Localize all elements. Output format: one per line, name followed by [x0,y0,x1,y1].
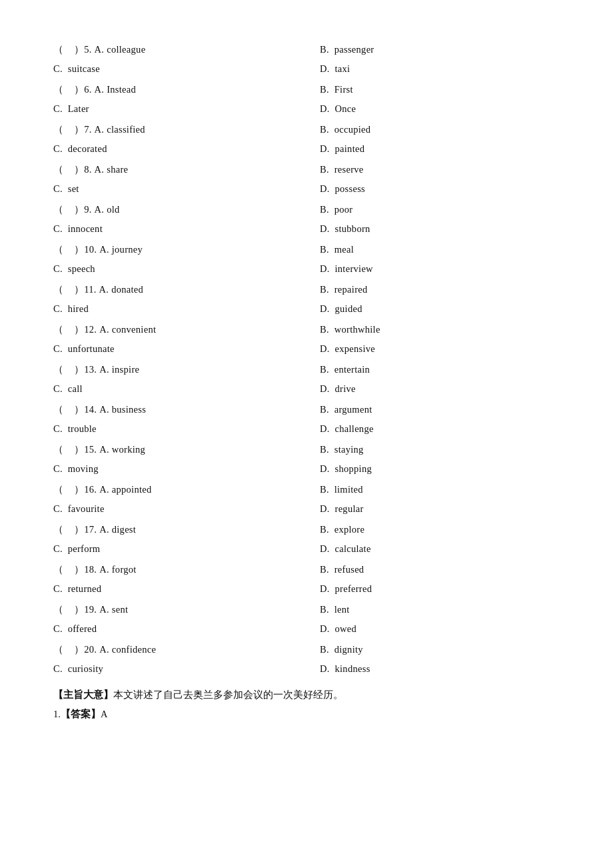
q11-left: （ ）11. A. donated C. hired [53,280,306,319]
question-6-row: （ ）6. A. Instead C. Later B. First D. On… [53,80,560,119]
q18-optC: C. returned [53,579,300,599]
q8-question: （ ）8. A. share [53,160,300,179]
q17-optC: C. perform [53,539,300,559]
q16-right: B. limited D. regular [306,480,560,519]
q17-question: （ ）17. A. digest [53,520,300,539]
q8-optC: C. set [53,179,300,199]
answer-1-bracket: 【答案】 [61,709,101,719]
q7-question: （ ）7. A. classified [53,120,300,139]
q9-optB: B. poor [320,200,560,219]
q9-left: （ ）9. A. old C. innocent [53,200,306,239]
q20-left: （ ）20. A. confidence C. curiosity [53,640,306,679]
question-7-row: （ ）7. A. classified C. decorated B. occu… [53,120,560,159]
q7-optD: D. painted [320,139,560,159]
q20-question: （ ）20. A. confidence [53,640,300,659]
question-12-row: （ ）12. A. convenient C. unfortunate B. w… [53,320,560,359]
q18-optD: D. preferred [320,579,560,599]
q18-left: （ ）18. A. forgot C. returned [53,560,306,599]
q5-optB: B. passenger [320,40,560,59]
q5-question: （ ）5. A. colleague [53,40,300,59]
q15-optB: B. staying [320,440,560,459]
summary-text: 本文讲述了自己去奥兰多参加会议的一次美好经历。 [113,689,343,700]
q12-question: （ ）12. A. convenient [53,320,300,339]
q9-optD: D. stubborn [320,219,560,239]
answer-1-line: 1.【答案】A [53,705,560,724]
q20-optC: C. curiosity [53,659,300,679]
question-20-row: （ ）20. A. confidence C. curiosity B. dig… [53,640,560,679]
summary-label: 【主旨大意】 [53,689,113,700]
q11-right: B. repaired D. guided [306,280,560,319]
q9-optC: C. innocent [53,219,300,239]
q14-optD: D. challenge [320,419,560,439]
q17-optB: B. explore [320,520,560,539]
answer-1-num: 1. [53,709,61,719]
q10-optB: B. meal [320,240,560,259]
q6-optC: C. Later [53,99,300,119]
q10-question: （ ）10. A. journey [53,240,300,259]
question-9-row: （ ）9. A. old C. innocent B. poor D. stub… [53,200,560,239]
q14-left: （ ）14. A. business C. trouble [53,400,306,439]
q18-right: B. refused D. preferred [306,560,560,599]
q20-optB: B. dignity [320,640,560,659]
q20-optD: D. kindness [320,659,560,679]
summary-line: 【主旨大意】本文讲述了自己去奥兰多参加会议的一次美好经历。 [53,685,560,705]
q5-optC: C. suitcase [53,59,300,79]
q8-optD: D. possess [320,179,560,199]
q14-optC: C. trouble [53,419,300,439]
q19-optC: C. offered [53,619,300,639]
q14-optB: B. argument [320,400,560,419]
q15-optC: C. moving [53,459,300,479]
q14-question: （ ）14. A. business [53,400,300,419]
q7-left: （ ）7. A. classified C. decorated [53,120,306,159]
question-13-row: （ ）13. A. inspire C. call B. entertain D… [53,360,560,399]
question-18-row: （ ）18. A. forgot C. returned B. refused … [53,560,560,599]
q6-question: （ ）6. A. Instead [53,80,300,99]
q16-question: （ ）16. A. appointed [53,480,300,499]
q19-left: （ ）19. A. sent C. offered [53,600,306,639]
question-16-row: （ ）16. A. appointed C. favourite B. limi… [53,480,560,519]
q15-left: （ ）15. A. working C. moving [53,440,306,479]
q15-right: B. staying D. shopping [306,440,560,479]
q12-optD: D. expensive [320,339,560,359]
q18-question: （ ）18. A. forgot [53,560,300,579]
q7-right: B. occupied D. painted [306,120,560,159]
q8-right: B. reserve D. possess [306,160,560,199]
q19-right: B. lent D. owed [306,600,560,639]
q20-right: B. dignity D. kindness [306,640,560,679]
q9-right: B. poor D. stubborn [306,200,560,239]
q15-optD: D. shopping [320,459,560,479]
q7-optC: C. decorated [53,139,300,159]
q17-left: （ ）17. A. digest C. perform [53,520,306,559]
q13-right: B. entertain D. drive [306,360,560,399]
summary-section: 【主旨大意】本文讲述了自己去奥兰多参加会议的一次美好经历。 1.【答案】A [53,685,560,724]
q19-optD: D. owed [320,619,560,639]
q6-optD: D. Once [320,99,560,119]
q15-question: （ ）15. A. working [53,440,300,459]
q7-optB: B. occupied [320,120,560,139]
q14-right: B. argument D. challenge [306,400,560,439]
q9-question: （ ）9. A. old [53,200,300,219]
q11-optB: B. repaired [320,280,560,299]
q19-question: （ ）19. A. sent [53,600,300,619]
q12-optC: C. unfortunate [53,339,300,359]
q13-question: （ ）13. A. inspire [53,360,300,379]
q13-optB: B. entertain [320,360,560,379]
q19-optB: B. lent [320,600,560,619]
q17-optD: D. calculate [320,539,560,559]
q10-optD: D. interview [320,259,560,279]
q18-optB: B. refused [320,560,560,579]
answer-1-value: A [101,709,107,719]
q5-optD: D. taxi [320,59,560,79]
q8-optB: B. reserve [320,160,560,179]
q11-question: （ ）11. A. donated [53,280,300,299]
q17-right: B. explore D. calculate [306,520,560,559]
question-17-row: （ ）17. A. digest C. perform B. explore D… [53,520,560,559]
q5-right: B. passenger D. taxi [306,40,560,79]
q13-optD: D. drive [320,379,560,399]
question-15-row: （ ）15. A. working C. moving B. staying D… [53,440,560,479]
q16-optB: B. limited [320,480,560,499]
q10-optC: C. speech [53,259,300,279]
q12-right: B. worthwhile D. expensive [306,320,560,359]
questions-container: （ ）5. A. colleague C. suitcase B. passen… [53,40,560,679]
question-14-row: （ ）14. A. business C. trouble B. argumen… [53,400,560,439]
